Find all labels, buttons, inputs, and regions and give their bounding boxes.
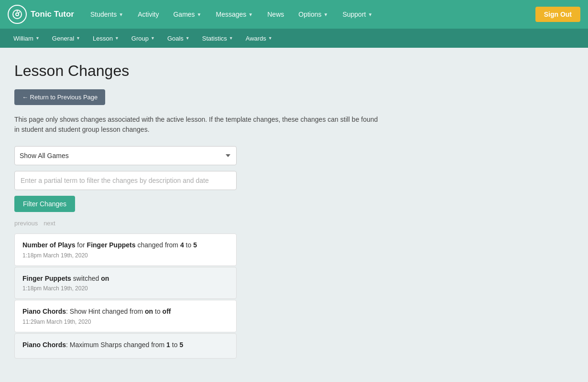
nav-support[interactable]: Support ▼ (336, 7, 379, 22)
filter-input[interactable] (14, 171, 237, 190)
chevron-down-icon: ▼ (229, 36, 233, 41)
change-title: Piano Chords: Maximum Sharps changed fro… (22, 340, 229, 350)
sub-navigation: William ▼ General ▼ Lesson ▼ Group ▼ Goa… (0, 29, 588, 48)
chevron-down-icon: ▼ (119, 12, 123, 17)
logo-icon (8, 5, 27, 24)
svg-line-3 (18, 12, 20, 13)
main-content: Lesson Changes ← Return to Previous Page… (0, 48, 454, 373)
nav-games[interactable]: Games ▼ (166, 7, 208, 22)
previous-page-link[interactable]: previous (14, 220, 38, 227)
page-title: Lesson Changes (14, 62, 440, 80)
next-page-link[interactable]: next (44, 220, 55, 227)
change-timestamp: 11:29am March 19th, 2020 (22, 318, 229, 325)
pagination: previous next (14, 220, 440, 227)
games-select[interactable]: Show All Games (14, 146, 237, 165)
chevron-down-icon: ▼ (76, 36, 80, 41)
chevron-down-icon: ▼ (151, 36, 155, 41)
change-timestamp: 1:18pm March 19th, 2020 (22, 252, 229, 259)
change-title: Piano Chords: Show Hint changed from on … (22, 307, 229, 317)
nav-messages[interactable]: Messages ▼ (209, 7, 260, 22)
change-item: Piano Chords: Show Hint changed from on … (14, 300, 237, 332)
chevron-down-icon: ▼ (35, 36, 40, 41)
chevron-down-icon: ▼ (368, 12, 372, 17)
top-navigation: Tonic Tutor Students ▼ Activity Games ▼ … (0, 0, 588, 29)
nav-news[interactable]: News (261, 7, 291, 22)
nav-activity[interactable]: Activity (131, 7, 165, 22)
change-timestamp: 1:18pm March 19th, 2020 (22, 285, 229, 292)
chevron-down-icon: ▼ (115, 36, 119, 41)
chevron-down-icon: ▼ (197, 12, 202, 17)
subnav-william[interactable]: William ▼ (8, 32, 45, 45)
back-button[interactable]: ← Return to Previous Page (14, 89, 105, 105)
change-item: Number of Plays for Finger Puppets chang… (14, 233, 237, 266)
top-nav-items: Students ▼ Activity Games ▼ Messages ▼ N… (84, 7, 535, 22)
sign-out-button[interactable]: Sign Out (535, 7, 580, 22)
subnav-general[interactable]: General ▼ (46, 32, 86, 45)
description-text: This page only shows changes associated … (14, 115, 440, 135)
changes-list: Number of Plays for Finger Puppets chang… (14, 233, 440, 359)
subnav-goals[interactable]: Goals ▼ (162, 32, 196, 45)
chevron-down-icon: ▼ (248, 12, 253, 17)
nav-options[interactable]: Options ▼ (292, 7, 335, 22)
filter-area: Show All Games Filter Changes (14, 146, 440, 212)
nav-students[interactable]: Students ▼ (84, 7, 130, 22)
filter-changes-button[interactable]: Filter Changes (14, 196, 75, 212)
change-title: Finger Puppets switched on (22, 274, 229, 284)
change-item: Finger Puppets switched on 1:18pm March … (14, 267, 237, 299)
svg-point-1 (16, 13, 19, 16)
change-item: Piano Chords: Maximum Sharps changed fro… (14, 333, 237, 359)
chevron-down-icon: ▼ (185, 36, 190, 41)
logo[interactable]: Tonic Tutor (8, 5, 74, 24)
subnav-lesson[interactable]: Lesson ▼ (87, 32, 125, 45)
change-title: Number of Plays for Finger Puppets chang… (22, 241, 229, 250)
subnav-statistics[interactable]: Statistics ▼ (196, 32, 239, 45)
chevron-down-icon: ▼ (268, 36, 272, 41)
subnav-group[interactable]: Group ▼ (126, 32, 161, 45)
app-title: Tonic Tutor (31, 10, 74, 19)
subnav-awards[interactable]: Awards ▼ (240, 32, 278, 45)
chevron-down-icon: ▼ (324, 12, 328, 17)
